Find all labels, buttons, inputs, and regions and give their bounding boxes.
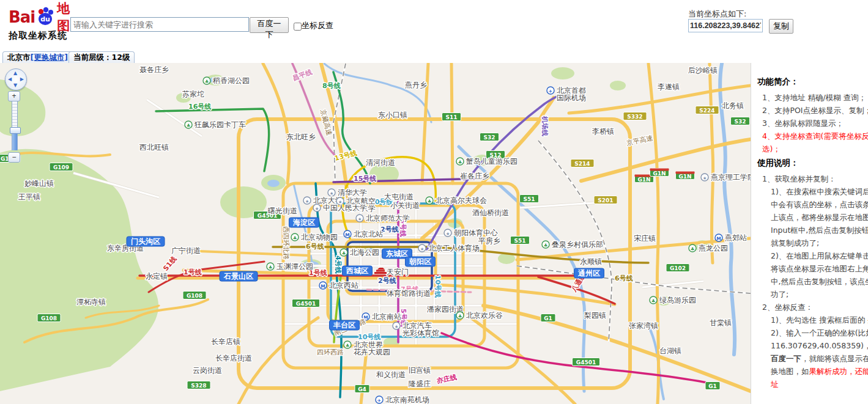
map-poi-label[interactable]: 小关街道 (390, 201, 420, 210)
school-icon: ★ (356, 215, 363, 222)
map-poi-label[interactable]: 长辛店镇 (211, 337, 240, 346)
school-icon: ★ (313, 204, 321, 211)
map-poi-label[interactable]: ★清华大学 (328, 188, 367, 197)
pan-left-icon[interactable]: ◀ (8, 77, 12, 82)
district-label[interactable]: 通州区 (574, 268, 604, 278)
map-poi-label[interactable]: 和义街道 (376, 370, 406, 379)
svg-text:曙光街道: 曙光街道 (268, 207, 297, 215)
baidu-map-logo[interactable]: Bai du 地图 拾取坐标系统 (9, 5, 76, 42)
road-name-label[interactable]: 西四环北路 (282, 226, 290, 260)
svg-text:♣: ♣ (346, 343, 350, 348)
zoom-slider-track[interactable] (12, 101, 18, 150)
map-poi-label[interactable]: 清河街道 (366, 158, 395, 167)
search-button[interactable]: 百度一下 (250, 17, 289, 33)
road-shield: S201 (594, 196, 617, 204)
map-poi-label[interactable]: 西北旺镇 (139, 143, 169, 152)
road-name-label[interactable]: 四环西路 (317, 348, 344, 356)
district-label[interactable]: 西城区 (343, 266, 373, 276)
map-poi-label[interactable]: 燕丹乡 (404, 81, 427, 89)
svg-text:稻香湖公园: 稻香湖公园 (212, 76, 250, 85)
reverse-lookup-checkbox[interactable] (294, 23, 302, 31)
map-poi-label[interactable]: 梨园镇 (584, 311, 606, 320)
svg-text:长辛店街道: 长辛店街道 (215, 354, 252, 362)
svg-text:长辛店镇: 长辛店镇 (211, 337, 240, 346)
map-poi-label[interactable]: 潭柘寺镇 (76, 298, 106, 306)
zoom-slider-thumb[interactable] (10, 127, 21, 134)
svg-text:崔各庄乡: 崔各庄乡 (460, 172, 489, 180)
map-poi-label[interactable]: 台湖镇 (659, 347, 681, 355)
copy-button[interactable]: 复制 (769, 19, 793, 34)
map-poi-label[interactable]: 北务镇 (722, 101, 744, 110)
svg-text:★: ★ (446, 231, 450, 237)
map-poi-label[interactable]: 妙峰山镇 (24, 179, 54, 188)
map-pan-control[interactable]: ▲ ▼ ◀ ▶ (5, 68, 27, 90)
district-label[interactable]: 海淀区 (289, 218, 319, 227)
subway-line-label: 6号线 (306, 243, 324, 251)
svg-text:4号线: 4号线 (334, 255, 342, 274)
zoom-out-button[interactable]: − (8, 152, 20, 163)
change-city-link[interactable]: [更换城市] (31, 53, 68, 62)
map-poi-label[interactable]: M北京西站 (319, 281, 358, 290)
district-label[interactable]: 丰台区 (330, 320, 360, 330)
map-poi-label[interactable]: 旧宫镇 (409, 366, 431, 375)
map-poi-label[interactable]: 平房乡 (478, 237, 500, 245)
school-icon: ★ (328, 189, 335, 196)
map-poi-label[interactable]: 张家湾镇 (629, 321, 658, 330)
map-poi-label[interactable]: M燕郊站 (715, 233, 747, 242)
svg-text:北海公园: 北海公园 (350, 248, 379, 257)
road-shield: G1N (676, 172, 695, 180)
map-poi-label[interactable]: 云岗街道 (193, 366, 222, 375)
svg-text:S224: S224 (699, 108, 714, 114)
map-poi-label[interactable]: M北京南站 (362, 312, 401, 321)
map-canvas[interactable]: G109G109G108G108G4501G4501G4501S328G4G1G… (0, 63, 751, 404)
zoom-in-button[interactable]: + (8, 91, 20, 101)
district-label[interactable]: 门头沟区 (127, 237, 165, 246)
svg-text:旧宫镇: 旧宫镇 (409, 366, 431, 375)
svg-text:后沙峪镇: 后沙峪镇 (688, 66, 718, 75)
svg-text:北务镇: 北务镇 (722, 101, 744, 110)
map-poi-label[interactable]: 酒仙桥街道 (472, 208, 509, 217)
map-poi-label[interactable]: 东小口镇 (378, 111, 407, 119)
map-poi-label[interactable]: 宋庄镇 (634, 234, 656, 243)
svg-text:2号线: 2号线 (378, 277, 396, 285)
svg-text:西城区: 西城区 (346, 266, 368, 275)
map-poi-label[interactable]: M北京北站 (344, 230, 383, 238)
map-poi-label[interactable]: 长辛店街道 (215, 354, 252, 362)
map-zoom-control[interactable]: + − (8, 89, 21, 163)
svg-text:东北旺乡: 东北旺乡 (286, 133, 316, 141)
map-poi-label[interactable]: 王平镇 (18, 193, 40, 201)
map-poi-label[interactable]: 大屯街道 (384, 193, 414, 201)
map-poi-label[interactable]: 隆盛庄 (409, 380, 431, 388)
usage-title: 使用说明： (757, 158, 868, 169)
map-poi-label[interactable]: 永定镇 (146, 272, 168, 281)
coordinate-value-input[interactable] (688, 19, 763, 32)
baidu-paw-icon: du (35, 5, 56, 29)
intro-title: 功能简介： (757, 76, 868, 87)
map-poi-label[interactable]: 甘棠镇 (710, 318, 732, 327)
map-poi-label[interactable]: 体育馆路街道 (387, 289, 431, 298)
district-label[interactable]: 朝阳区 (406, 257, 436, 266)
pan-right-icon[interactable]: ▶ (20, 77, 24, 82)
map-poi-label[interactable]: ♣北海公园 (340, 248, 379, 257)
search-input[interactable] (70, 17, 249, 32)
map-poi-label[interactable]: 李遂镇 (658, 83, 680, 91)
svg-text:1号线: 1号线 (184, 268, 202, 276)
pan-up-icon[interactable]: ▲ (13, 71, 17, 76)
map-poi-label[interactable]: 东北旺乡 (286, 133, 316, 141)
map-poi-label[interactable]: 崔各庄乡 (460, 172, 489, 180)
pan-down-icon[interactable]: ▼ (13, 83, 17, 88)
map-poi-label[interactable]: 聂各庄乡 (139, 65, 169, 74)
map-poi-label[interactable]: 广宁街道 (171, 246, 201, 255)
map-poi-label[interactable]: 曙光街道 (268, 207, 297, 215)
map-poi-label[interactable]: 李桥镇 (592, 127, 614, 136)
map-poi-label[interactable]: ♣燕龙公园 (689, 244, 728, 252)
map-poi-label[interactable]: 苏家坨 (182, 90, 204, 98)
road-shield: G4501 (573, 358, 600, 366)
map-poi-label[interactable]: 后沙峪镇 (688, 66, 718, 75)
district-label[interactable]: 石景山区 (220, 271, 258, 281)
help-text-line: 2、坐标反查： (762, 301, 868, 314)
map-svg[interactable]: G109G109G108G108G4501G4501G4501S328G4G1G… (0, 63, 751, 404)
road-shield: G1 (541, 314, 555, 322)
map-poi-label[interactable]: 永顺镇 (580, 257, 602, 266)
road-shield: S51 (511, 237, 530, 244)
